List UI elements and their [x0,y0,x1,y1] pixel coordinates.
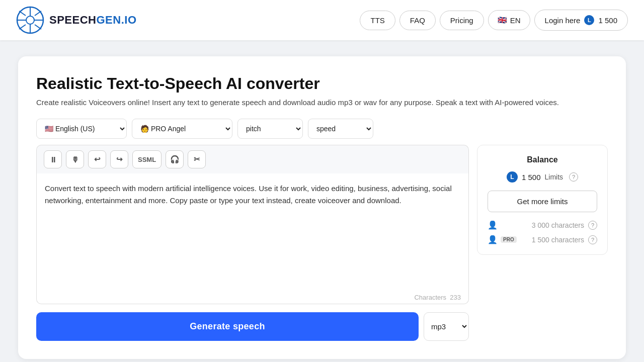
ssml-label: SSML [138,156,156,163]
balance-icon: L [507,171,518,183]
header: SPEECHGEN.IO TTS FAQ Pricing 🇬🇧 EN Login… [0,0,644,40]
redo-button[interactable]: ↪ [110,150,128,168]
pro-badge: PRO [501,236,517,243]
balance-value: 1 500 [598,16,617,25]
language-select[interactable]: 🇺🇸 English (US) 🇬🇧 English (UK) 🇪🇸 Spani… [36,119,127,139]
svg-line-9 [19,25,26,29]
pro-char-limit-row: 👤 PRO 1 500 characters ? [488,235,597,244]
balance-amount: L 1 500 Limits ? [488,171,597,183]
pro-char-limit-left: 👤 PRO [488,235,517,244]
free-char-limit-row: 👤 3 000 characters ? [488,220,597,230]
pro-person-icon: 👤 [488,235,498,244]
voice-icon: 🎙 [71,155,79,164]
headphone-icon: 🎧 [170,155,180,164]
balance-amount-text: 1 500 [522,173,541,182]
page-title: Realistic Text-to-Speech AI converter [36,74,608,93]
balance-badge-icon: L [584,15,594,25]
svg-line-6 [19,11,26,16]
limits-question-icon[interactable]: ? [569,172,578,182]
get-more-limits-button[interactable]: Get more limits [488,191,597,212]
page-subtitle: Create realistic Voiceovers online! Inse… [36,98,608,107]
generate-speech-button[interactable]: Generate speech [36,312,419,341]
pro-char-value: 1 500 characters [532,236,584,244]
controls-row: 🇺🇸 English (US) 🇬🇧 English (UK) 🇪🇸 Spani… [36,119,608,139]
nav: TTS FAQ Pricing 🇬🇧 EN Login here L 1 500 [360,10,628,31]
voice-select[interactable]: 🧑 PRO Angel 🧑 PRO Brian 🧑 PRO Emma [132,119,232,139]
svg-line-7 [35,25,41,29]
undo-button[interactable]: ↩ [88,150,106,168]
scissors-icon: ✂ [194,155,200,164]
svg-line-8 [35,11,41,16]
lang-label: EN [510,16,521,25]
pause-button[interactable]: ⏸ [44,150,62,168]
login-label: Login here [545,16,581,25]
speed-select[interactable]: speed slow normal fast [308,119,373,139]
format-select[interactable]: mp3 wav [424,312,469,341]
main-content: Realistic Text-to-Speech AI converter Cr… [10,56,634,359]
language-nav-button[interactable]: 🇬🇧 EN [488,10,530,30]
logo-icon [16,6,44,34]
toolbar: ⏸ 🎙 ↩ ↪ SSML 🎧 [36,145,469,173]
free-char-value: 3 000 characters [532,221,584,229]
scissors-button[interactable]: ✂ [188,150,206,168]
editor-column: ⏸ 🎙 ↩ ↪ SSML 🎧 [36,145,469,341]
char-count: Characters 233 [414,294,461,301]
editor-and-balance: ⏸ 🎙 ↩ ↪ SSML 🎧 [36,145,608,341]
free-question-icon[interactable]: ? [588,221,597,230]
pro-question-icon[interactable]: ? [588,235,597,244]
svg-point-1 [26,16,34,24]
free-char-limit-left: 👤 [488,220,498,230]
textarea-wrap: Convert text to speech with modern artif… [36,173,469,306]
balance-title: Balance [488,155,597,164]
free-person-icon: 👤 [488,220,498,230]
ssml-button[interactable]: SSML [132,150,162,168]
audio-button[interactable]: 🎧 [166,150,184,168]
char-limits: 👤 3 000 characters ? 👤 PRO 1 [488,220,597,244]
pricing-nav-button[interactable]: Pricing [440,11,484,30]
free-char-limit-right: 3 000 characters ? [532,221,597,230]
pause-icon: ⏸ [49,155,57,164]
balance-panel: Balance L 1 500 Limits ? Get more limits… [477,145,608,255]
tts-nav-button[interactable]: TTS [360,11,395,30]
main-textarea[interactable]: Convert text to speech with modern artif… [36,173,469,304]
voice-button[interactable]: 🎙 [66,150,84,168]
redo-icon: ↪ [116,155,123,164]
faq-nav-button[interactable]: FAQ [399,11,436,30]
main-card: Realistic Text-to-Speech AI converter Cr… [18,56,626,359]
bottom-row: Generate speech mp3 wav [36,312,469,341]
logo-text: SPEECHGEN.IO [49,14,137,27]
pro-char-limit-right: 1 500 characters ? [532,235,597,244]
balance-limits-label: Limits [544,173,563,181]
login-button[interactable]: Login here L 1 500 [534,10,628,31]
logo: SPEECHGEN.IO [16,6,137,34]
undo-icon: ↩ [94,155,101,164]
lang-flag: 🇬🇧 [498,16,507,25]
pitch-select[interactable]: pitch low medium high [237,119,303,139]
